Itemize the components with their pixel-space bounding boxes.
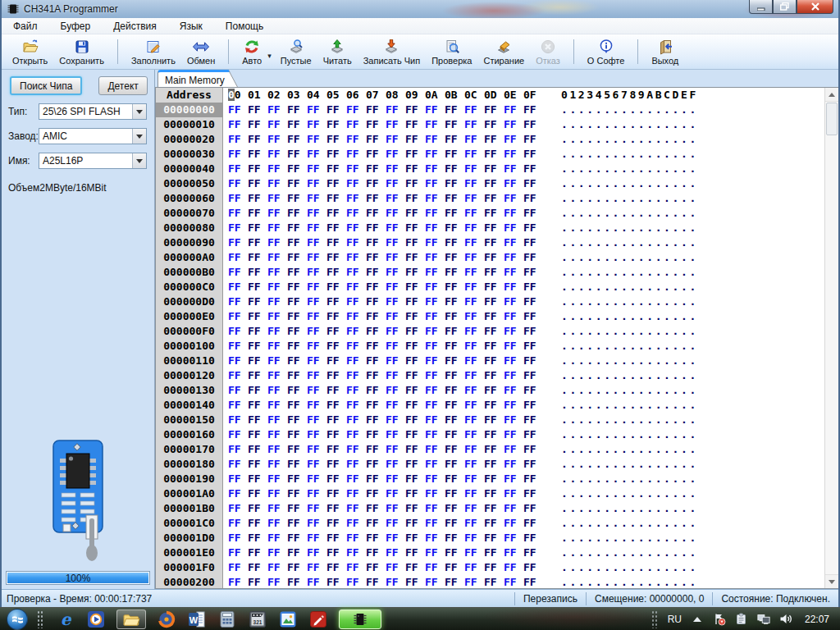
hex-byte-cell[interactable]: FF <box>326 309 346 324</box>
chevron-down-icon[interactable] <box>132 153 146 168</box>
hex-byte-cell[interactable]: FF <box>346 546 366 560</box>
hex-byte-cell[interactable]: FF <box>366 442 386 457</box>
hex-byte-cell[interactable]: FF <box>386 472 405 486</box>
minimize-button[interactable] <box>749 0 773 14</box>
hex-byte-cell[interactable]: FF <box>425 354 445 368</box>
hex-byte-cell[interactable]: FF <box>523 280 543 294</box>
hex-byte-cell[interactable]: FF <box>445 250 464 265</box>
hex-byte-cell[interactable]: FF <box>523 383 543 398</box>
hex-byte-cell[interactable]: FF <box>484 309 504 324</box>
hex-byte-cell[interactable]: FF <box>523 103 543 117</box>
hex-byte-cell[interactable]: FF <box>287 132 307 147</box>
address-cell[interactable]: 00000160 <box>156 427 223 442</box>
hex-byte-cell[interactable]: FF <box>267 309 287 324</box>
hex-byte-cell[interactable]: FF <box>464 324 484 339</box>
hex-byte-cell[interactable]: FF <box>464 103 484 117</box>
address-cell[interactable]: 00000180 <box>156 457 223 472</box>
hex-byte-cell[interactable]: FF <box>504 221 523 235</box>
hex-byte-cell[interactable]: FF <box>484 398 504 413</box>
hex-byte-cell[interactable]: FF <box>326 147 346 162</box>
hex-byte-cell[interactable]: FF <box>445 162 464 176</box>
стирание-button[interactable]: Стирание <box>477 37 530 67</box>
hex-byte-cell[interactable]: FF <box>504 339 523 354</box>
hex-byte-cell[interactable]: FF <box>523 265 543 280</box>
hex-byte-cell[interactable]: FF <box>366 398 386 413</box>
address-cell[interactable]: 000000D0 <box>156 294 223 309</box>
hex-byte-cell[interactable]: FF <box>248 309 267 324</box>
hex-byte-cell[interactable]: FF <box>504 176 523 191</box>
hex-byte-cell[interactable]: FF <box>464 486 484 501</box>
завод--select[interactable]: AMIC <box>39 128 147 144</box>
hex-byte-cell[interactable]: FF <box>405 501 425 516</box>
hex-byte-cell[interactable]: FF <box>386 560 405 575</box>
hex-byte-cell[interactable]: FF <box>248 560 267 575</box>
hex-byte-cell[interactable]: FF <box>287 427 307 442</box>
hex-byte-cell[interactable]: FF <box>307 339 326 354</box>
hex-byte-cell[interactable]: FF <box>366 221 386 235</box>
hex-byte-cell[interactable]: FF <box>523 235 543 250</box>
network-icon[interactable] <box>757 613 770 626</box>
hex-byte-cell[interactable]: FF <box>386 235 405 250</box>
hex-byte-cell[interactable]: FF <box>326 413 346 427</box>
hex-byte-cell[interactable]: FF <box>228 575 248 588</box>
hex-byte-cell[interactable]: FF <box>445 235 464 250</box>
address-cell[interactable]: 00000140 <box>156 398 223 413</box>
hex-byte-cell[interactable]: FF <box>326 206 346 221</box>
address-cell[interactable]: 00000190 <box>156 472 223 486</box>
address-cell[interactable]: 00000040 <box>156 162 223 176</box>
hex-byte-cell[interactable]: FF <box>464 235 484 250</box>
hex-byte-cell[interactable]: FF <box>405 235 425 250</box>
hex-byte-cell[interactable]: FF <box>484 280 504 294</box>
hex-byte-cell[interactable]: FF <box>228 280 248 294</box>
hex-byte-cell[interactable]: FF <box>445 132 464 147</box>
hex-byte-cell[interactable]: FF <box>307 162 326 176</box>
hex-byte-cell[interactable]: FF <box>267 486 287 501</box>
hex-byte-cell[interactable]: FF <box>267 221 287 235</box>
hex-byte-cell[interactable]: FF <box>248 486 267 501</box>
hex-byte-cell[interactable]: FF <box>228 235 248 250</box>
hex-byte-cell[interactable]: FF <box>248 442 267 457</box>
hex-byte-cell[interactable]: FF <box>267 162 287 176</box>
ascii-cell[interactable]: ................ <box>561 531 698 546</box>
hex-byte-cell[interactable]: FF <box>405 191 425 206</box>
hex-byte-cell[interactable]: FF <box>504 516 523 531</box>
hex-byte-cell[interactable]: FF <box>248 575 267 588</box>
hex-byte-cell[interactable]: FF <box>267 501 287 516</box>
hex-byte-cell[interactable]: FF <box>386 176 405 191</box>
hex-byte-cell[interactable]: FF <box>248 368 267 383</box>
hex-byte-cell[interactable]: FF <box>287 501 307 516</box>
hex-byte-cell[interactable]: FF <box>484 457 504 472</box>
hex-byte-cell[interactable]: FF <box>484 383 504 398</box>
hex-byte-cell[interactable]: FF <box>425 162 445 176</box>
hex-byte-cell[interactable]: FF <box>366 546 386 560</box>
hex-byte-cell[interactable]: FF <box>386 324 405 339</box>
hex-byte-cell[interactable]: FF <box>386 250 405 265</box>
hex-byte-cell[interactable]: FF <box>484 235 504 250</box>
hex-byte-cell[interactable]: FF <box>228 560 248 575</box>
hex-byte-cell[interactable]: FF <box>346 531 366 546</box>
hex-byte-cell[interactable]: FF <box>326 176 346 191</box>
hex-byte-cell[interactable]: FF <box>425 575 445 588</box>
hex-byte-cell[interactable]: FF <box>267 103 287 117</box>
hex-byte-cell[interactable]: FF <box>228 221 248 235</box>
detect-button[interactable]: Детект <box>98 76 147 95</box>
hex-byte-cell[interactable]: FF <box>445 265 464 280</box>
hex-byte-cell[interactable]: FF <box>307 354 326 368</box>
hex-byte-cell[interactable]: FF <box>267 442 287 457</box>
hex-byte-cell[interactable]: FF <box>386 309 405 324</box>
hex-byte-cell[interactable]: FF <box>267 354 287 368</box>
hex-byte-cell[interactable]: FF <box>484 206 504 221</box>
address-cell[interactable]: 000000F0 <box>156 324 223 339</box>
hex-byte-cell[interactable]: FF <box>366 147 386 162</box>
hex-byte-cell[interactable]: FF <box>228 176 248 191</box>
hex-byte-cell[interactable]: FF <box>326 265 346 280</box>
ascii-cell[interactable]: ................ <box>561 250 698 265</box>
address-cell[interactable]: 00000100 <box>156 339 223 354</box>
hex-byte-cell[interactable]: FF <box>307 294 326 309</box>
hex-byte-cell[interactable]: FF <box>307 235 326 250</box>
hex-byte-cell[interactable]: FF <box>445 221 464 235</box>
hex-byte-cell[interactable]: FF <box>228 339 248 354</box>
hex-byte-cell[interactable]: FF <box>326 235 346 250</box>
hex-byte-cell[interactable]: FF <box>386 457 405 472</box>
имя--select[interactable]: A25L16P <box>39 153 147 169</box>
